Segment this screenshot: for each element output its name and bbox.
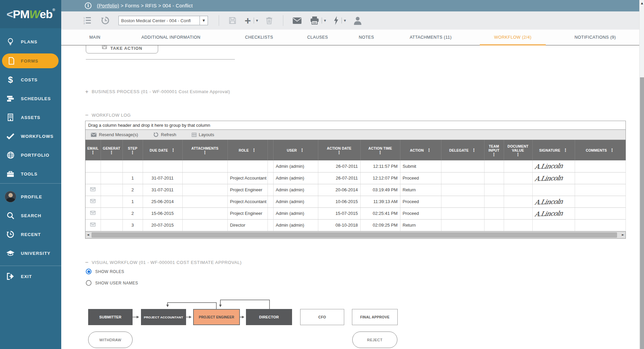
col-action[interactable]: ACTION⋮	[400, 140, 441, 160]
sidebar-item-recent[interactable]: RECENT	[0, 227, 61, 242]
pmweb-logo[interactable]: <PMWeb®	[0, 0, 61, 28]
column-menu-icon[interactable]: ⋮	[252, 148, 256, 152]
column-menu-icon[interactable]: ⋮	[300, 148, 304, 152]
workflow-log-section-header[interactable]: − WORKFLOW LOG	[85, 113, 131, 118]
table-row[interactable]: Admin (admin) 26-07-2011 12:11:57 PM Sub…	[85, 160, 625, 172]
info-icon[interactable]: i	[85, 2, 92, 9]
horizontal-scrollbar[interactable]: ◄ ►	[85, 231, 625, 238]
table-row[interactable]: 1 25-06-2014 Project Accountant Admin (a…	[85, 196, 625, 207]
cell-generate	[101, 184, 122, 196]
column-menu-icon[interactable]: ⋮	[492, 153, 496, 156]
column-menu-icon[interactable]: ⋮	[472, 148, 476, 152]
col-user[interactable]: USER⋮	[273, 140, 318, 160]
expand-icon[interactable]: +	[85, 90, 89, 93]
col-due-date[interactable]: DUE DATE⋮	[143, 140, 182, 160]
table-row[interactable]: 1 31-07-2011 Project Accountant Admin (a…	[85, 172, 625, 184]
column-menu-icon[interactable]: ⋮	[203, 151, 207, 154]
show-roles-radio[interactable]: SHOW ROLES	[86, 269, 124, 274]
column-menu-icon[interactable]: ⋮	[171, 148, 175, 152]
vertical-scrollbar-thumb[interactable]	[640, 77, 644, 349]
table-row[interactable]: 2 31-07-2011 Project Engineer Admin (adm…	[85, 184, 625, 196]
show-user-names-radio[interactable]: SHOW USER NAMES	[86, 280, 138, 286]
column-menu-icon[interactable]: ⋮	[109, 151, 114, 154]
tab-checklists[interactable]: CHECKLISTS	[245, 30, 273, 45]
col-role[interactable]: ROLE⋮	[227, 140, 267, 160]
tab-notifications[interactable]: NOTIFICATIONS (9)	[575, 30, 616, 45]
history-icon[interactable]	[101, 16, 110, 25]
sidebar-item-tools[interactable]: TOOLS	[0, 166, 61, 181]
scroll-left-icon[interactable]: ◄	[87, 233, 89, 236]
horizontal-scrollbar-thumb[interactable]	[92, 232, 617, 238]
column-menu-icon[interactable]: ⋮	[563, 148, 568, 152]
col-document-value[interactable]: DOCUMENT VALUE⋮	[504, 140, 532, 160]
scroll-right-icon[interactable]: ►	[622, 233, 624, 236]
col-action-time[interactable]: ACTION TIME⋮	[360, 140, 400, 160]
tab-attachments[interactable]: ATTACHMENTS (11)	[410, 30, 452, 45]
list-view-icon[interactable]: 123	[83, 16, 92, 25]
sidebar-item-portfolio[interactable]: PORTFOLIO	[0, 148, 61, 162]
column-menu-icon[interactable]: ⋮	[337, 151, 341, 154]
chevron-down-icon[interactable]: ▼	[200, 16, 208, 25]
sidebar-item-workflows[interactable]: WORKFLOWS	[0, 129, 61, 144]
col-step[interactable]: STEP⋮	[122, 140, 143, 160]
workflow-dropdown-caret-icon[interactable]: ▼	[344, 19, 346, 22]
sidebar-item-university[interactable]: UNIVERSITY	[0, 246, 61, 261]
column-menu-icon[interactable]: ⋮	[516, 153, 520, 156]
col-signature[interactable]: SIGNATURE⋮	[532, 140, 575, 160]
column-menu-icon[interactable]: ⋮	[378, 151, 382, 154]
tab-main[interactable]: MAIN	[89, 30, 100, 45]
group-by-bar[interactable]: Drag a column header and drop it here to…	[85, 121, 625, 130]
radio-selected-icon[interactable]	[86, 269, 92, 274]
collapse-icon[interactable]: −	[85, 114, 89, 117]
col-team-input[interactable]: TEAM INPUT⋮	[484, 140, 504, 160]
radio-unselected-icon[interactable]	[86, 280, 92, 286]
email-icon[interactable]	[293, 17, 301, 24]
tab-notes[interactable]: NOTES	[359, 30, 374, 45]
save-icon[interactable]	[228, 16, 237, 25]
tab-workflow[interactable]: WORKFLOW (2/4)	[494, 30, 531, 45]
col-generate[interactable]: GENERAT⋮	[101, 140, 122, 160]
sidebar-item-exit[interactable]: EXIT	[0, 269, 61, 284]
column-menu-icon[interactable]: ⋮	[427, 148, 431, 152]
col-comments[interactable]: COMMENTS⋮	[575, 140, 625, 160]
sidebar-item-forms[interactable]: FORMS	[2, 53, 59, 68]
business-process-section-header[interactable]: + BUSINESS PROCESS (01 - WF-000001 Cost …	[85, 89, 230, 94]
take-action-button[interactable]: TAKE ACTION	[86, 45, 158, 53]
delete-icon[interactable]	[265, 16, 273, 25]
cell-comments	[575, 160, 625, 172]
layouts-button[interactable]: Layouts	[192, 132, 214, 137]
refresh-button[interactable]: Refresh	[153, 132, 176, 137]
sidebar-item-plans[interactable]: PLANS	[0, 34, 61, 49]
lightning-icon[interactable]	[333, 16, 339, 25]
cell-action: Submit	[400, 160, 441, 172]
user-icon[interactable]	[353, 16, 362, 25]
record-selector[interactable]: Boston Medical Center - 004 - Confl ▼	[118, 16, 208, 25]
add-dropdown-caret-icon[interactable]: ▼	[256, 19, 258, 22]
collapse-icon[interactable]: −	[85, 261, 89, 264]
tab-additional-information[interactable]: ADDITIONAL INFORMATION	[141, 30, 201, 45]
visual-workflow-section-header[interactable]: − VISUAL WORKFLOW (01 - WF-000001 COST E…	[85, 260, 242, 265]
breadcrumb-portfolio-link[interactable]: (Portfolio)	[97, 3, 119, 8]
col-delegate[interactable]: DELEGATE⋮	[441, 140, 484, 160]
resend-messages-button[interactable]: Resend Message(s)	[91, 132, 138, 137]
print-dropdown-caret-icon[interactable]: ▼	[324, 19, 326, 22]
print-icon[interactable]	[310, 16, 319, 25]
tab-clauses[interactable]: CLAUSES	[307, 30, 328, 45]
col-action-date[interactable]: ACTION DATE⋮	[318, 140, 360, 160]
table-row[interactable]: 2 15-06-2015 Project Engineer Admin (adm…	[85, 207, 625, 219]
column-menu-icon[interactable]: ⋮	[610, 148, 614, 152]
sidebar-item-search[interactable]: SEARCH	[0, 208, 61, 223]
sidebar-item-costs[interactable]: $ COSTS	[0, 72, 61, 87]
sidebar-item-profile[interactable]: PROFILE	[0, 189, 61, 204]
col-email[interactable]: EMAIL⋮	[85, 140, 101, 160]
column-menu-icon[interactable]: ⋮	[130, 151, 135, 154]
add-icon[interactable]: +	[245, 17, 251, 24]
vertical-scrollbar[interactable]: ▲	[639, 0, 644, 349]
column-menu-icon[interactable]: ⋮	[91, 151, 95, 154]
col-attachments[interactable]: ATTACHMENTS⋮	[182, 140, 227, 160]
sidebar-item-assets[interactable]: ASSETS	[0, 110, 61, 125]
table-row[interactable]: 3 20-07-2015 Director Admin (admin) 08-1…	[85, 219, 625, 231]
sidebar-item-schedules[interactable]: SCHEDULES	[0, 91, 61, 106]
scroll-up-icon[interactable]: ▲	[640, 2, 644, 5]
cell-signature	[532, 219, 575, 231]
